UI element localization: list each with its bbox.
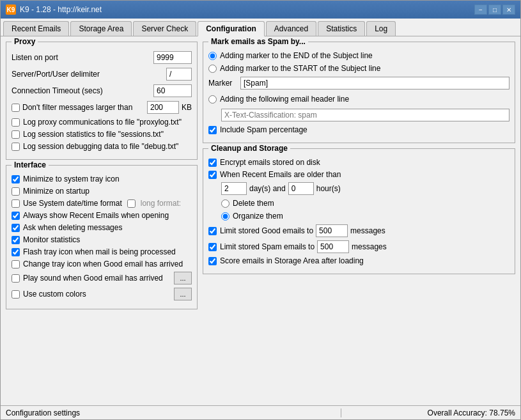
use-system-date-checkbox[interactable]	[12, 199, 20, 208]
log-session-checkbox[interactable]	[12, 130, 20, 139]
days-input[interactable]	[221, 182, 247, 195]
header-input[interactable]	[221, 109, 509, 121]
limit-spam-checkbox[interactable]	[208, 243, 217, 251]
tab-server-check[interactable]: Server Check	[133, 21, 196, 36]
monitor-stats-label: Monitor statistics	[23, 235, 80, 244]
mark-spam-title: Mark emails as Spam by...	[208, 37, 308, 46]
main-content: Proxy Listen on port Server/Port/User de…	[1, 36, 520, 405]
score-label: Score emails in Storage Area after loadi…	[220, 256, 364, 265]
listen-port-label: Listen on port	[12, 53, 153, 62]
minimize-startup-label: Minimize on startup	[23, 187, 89, 196]
window-controls: − □ ✕	[474, 4, 515, 15]
end-subject-label: Adding marker to the END of the Subject …	[220, 51, 373, 60]
limit-spam-row: Limit stored Spam emails to messages	[208, 240, 509, 253]
days-label: day(s) and	[249, 184, 286, 193]
log-debug-label: Log session debugging data to file "debu…	[23, 142, 178, 151]
start-subject-radio[interactable]	[208, 65, 217, 73]
listen-port-input[interactable]	[153, 51, 192, 64]
log-debug-checkbox[interactable]	[12, 143, 20, 151]
minimize-startup-row: Minimize on startup	[12, 187, 192, 196]
limit-good-input[interactable]	[316, 224, 348, 237]
tab-statistics[interactable]: Statistics	[318, 21, 365, 36]
tab-configuration[interactable]: Configuration	[198, 21, 265, 36]
use-custom-browse-button[interactable]: ...	[174, 288, 192, 300]
hours-input[interactable]	[288, 182, 314, 195]
flash-tray-row: Flash tray icon when mail is being proce…	[12, 247, 192, 256]
end-subject-radio[interactable]	[208, 52, 217, 60]
delete-radio[interactable]	[221, 199, 229, 208]
filter-checkbox[interactable]	[12, 104, 20, 112]
main-window: K9 K9 - 1.28 - http://keir.net − □ ✕ Rec…	[0, 0, 521, 420]
filter-input[interactable]	[147, 101, 179, 114]
flash-tray-label: Flash tray icon when mail is being proce…	[23, 247, 176, 256]
maximize-button[interactable]: □	[488, 4, 501, 15]
use-custom-checkbox[interactable]	[12, 290, 20, 299]
header-line-label: Adding the following email header line	[220, 95, 349, 104]
organize-radio[interactable]	[221, 212, 229, 221]
always-show-label: Always show Recent Emails when opening	[23, 211, 169, 220]
filter-label: Don't filter messages larger than	[22, 103, 132, 112]
long-format-label: long format:	[141, 199, 181, 208]
encrypt-row: Encrypt emails stored on disk	[208, 158, 509, 167]
include-spam-row: Include Spam percentage	[208, 125, 509, 134]
day-hour-row: day(s) and hour(s)	[221, 182, 509, 195]
score-checkbox[interactable]	[208, 257, 217, 265]
marker-input[interactable]	[240, 77, 509, 89]
monitor-stats-checkbox[interactable]	[12, 236, 20, 244]
right-panel: Mark emails as Spam by... Adding marker …	[203, 42, 515, 400]
left-panel: Proxy Listen on port Server/Port/User de…	[6, 42, 198, 400]
use-system-date-label: Use System date/time format	[23, 199, 122, 208]
encrypt-label: Encrypt emails stored on disk	[220, 158, 320, 167]
tab-recent-emails[interactable]: Recent Emails	[3, 21, 69, 36]
tab-storage-area[interactable]: Storage Area	[70, 21, 132, 36]
ask-delete-label: Ask when deleting messages	[23, 223, 122, 232]
limit-spam-input[interactable]	[317, 240, 349, 253]
long-format-checkbox[interactable]	[127, 199, 136, 208]
when-older-checkbox[interactable]	[208, 171, 217, 179]
filter-row: Don't filter messages larger than KB	[12, 101, 192, 114]
delimiter-input[interactable]	[166, 68, 192, 81]
when-older-row: When Recent Emails are older than	[208, 170, 509, 179]
minimize-button[interactable]: −	[474, 4, 487, 15]
limit-good-label: Limit stored Good emails to	[220, 226, 313, 235]
ask-delete-row: Ask when deleting messages	[12, 223, 192, 232]
title-bar-left: K9 K9 - 1.28 - http://keir.net	[6, 4, 102, 15]
interface-group: Interface Minimize to system tray icon M…	[6, 165, 198, 309]
monitor-stats-row: Monitor statistics	[12, 235, 192, 244]
when-older-label: When Recent Emails are older than	[220, 170, 341, 179]
play-sound-checkbox[interactable]	[12, 274, 20, 283]
play-sound-browse-button[interactable]: ...	[174, 272, 192, 284]
always-show-checkbox[interactable]	[12, 212, 20, 220]
change-tray-label: Change tray icon when Good email has arr…	[23, 260, 183, 268]
status-right: Overall Accuracy: 78.75%	[341, 408, 520, 417]
include-spam-label: Include Spam percentage	[220, 125, 307, 134]
change-tray-checkbox[interactable]	[12, 260, 20, 268]
log-proxy-checkbox[interactable]	[12, 118, 20, 127]
header-line-radio[interactable]	[208, 95, 217, 104]
tab-log[interactable]: Log	[366, 21, 396, 36]
minimize-tray-checkbox[interactable]	[12, 175, 20, 183]
include-spam-checkbox[interactable]	[208, 126, 217, 134]
limit-good-checkbox[interactable]	[208, 227, 217, 235]
minimize-tray-label: Minimize to system tray icon	[23, 175, 120, 183]
flash-tray-checkbox[interactable]	[12, 248, 20, 256]
listen-port-row: Listen on port	[12, 51, 192, 64]
use-system-date-row: Use System date/time format long format:	[12, 199, 192, 208]
delete-label: Delete them	[233, 199, 274, 208]
end-subject-row: Adding marker to the END of the Subject …	[208, 51, 509, 60]
delimiter-label: Server/Port/User delimiter	[12, 70, 166, 79]
organize-label: Organize them	[233, 212, 283, 221]
timeout-input[interactable]	[153, 84, 192, 97]
interface-title: Interface	[12, 160, 49, 169]
mark-spam-content: Adding marker to the END of the Subject …	[208, 51, 509, 134]
close-button[interactable]: ✕	[502, 4, 515, 15]
encrypt-checkbox[interactable]	[208, 159, 217, 167]
tab-advanced[interactable]: Advanced	[266, 21, 316, 36]
ask-delete-checkbox[interactable]	[12, 224, 20, 232]
proxy-title: Proxy	[12, 37, 38, 46]
window-title: K9 - 1.28 - http://keir.net	[20, 5, 102, 14]
log-debug-row: Log session debugging data to file "debu…	[12, 142, 192, 151]
tab-bar: Recent Emails Storage Area Server Check …	[1, 19, 520, 36]
minimize-startup-checkbox[interactable]	[12, 187, 20, 196]
interface-content: Minimize to system tray icon Minimize on…	[12, 175, 192, 300]
